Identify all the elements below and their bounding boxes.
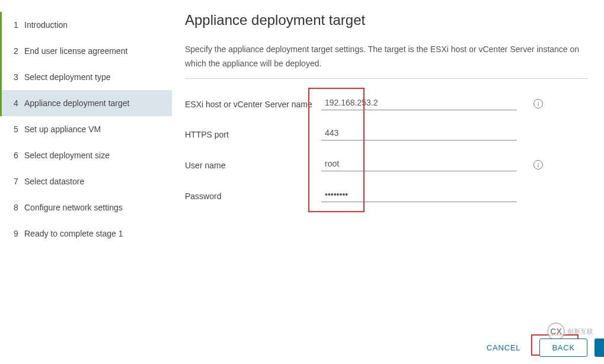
sidebar-item-deployment-target[interactable]: 4 Appliance deployment target [0, 90, 172, 116]
step-label: Ready to complete stage 1 [24, 229, 123, 238]
watermark-logo: CX [547, 323, 565, 340]
step-number: 1 [14, 20, 24, 30]
wizard-sidebar: 1 Introduction 2 End user license agreem… [0, 0, 172, 364]
sidebar-item-introduction[interactable]: 1 Introduction [0, 12, 172, 38]
step-label: End user license agreement [24, 46, 127, 56]
cancel-button[interactable]: CANCEL [478, 339, 529, 357]
input-host[interactable] [321, 95, 517, 110]
step-number: 4 [14, 98, 24, 108]
watermark: CX 创新互联 [547, 323, 593, 340]
next-button[interactable]: NEXT [595, 339, 604, 357]
step-label: Appliance deployment target [24, 98, 129, 108]
input-port[interactable] [321, 126, 517, 141]
label-host: ESXi host or vCenter Server name [185, 95, 321, 112]
back-button[interactable]: BACK [539, 339, 587, 357]
sidebar-item-appliance-vm[interactable]: 5 Set up appliance VM [0, 116, 172, 142]
step-number: 8 [14, 203, 24, 212]
sidebar-item-ready-complete[interactable]: 9 Ready to complete stage 1 [0, 221, 172, 247]
step-number: 5 [14, 124, 24, 134]
label-password: Password [185, 187, 321, 204]
divider [185, 78, 587, 79]
page-title: Appliance deployment target [185, 12, 587, 28]
step-number: 9 [14, 229, 24, 238]
step-number: 3 [14, 72, 24, 82]
form-row-port: HTTPS port [185, 126, 587, 142]
form-row-host: ESXi host or vCenter Server name i [185, 95, 587, 112]
step-number: 6 [14, 151, 24, 160]
step-label: Set up appliance VM [24, 124, 101, 134]
sidebar-item-network-settings[interactable]: 8 Configure network settings [0, 194, 172, 221]
sidebar-item-datastore[interactable]: 7 Select datastore [0, 168, 172, 194]
step-label: Configure network settings [24, 203, 123, 212]
form-row-user: User name i [185, 157, 587, 173]
input-password[interactable] [321, 187, 517, 202]
step-number: 7 [14, 177, 24, 186]
page-subtitle: Specify the appliance deployment target … [185, 43, 587, 71]
step-label: Introduction [24, 20, 68, 30]
label-port: HTTPS port [185, 126, 321, 142]
step-label: Select deployment type [24, 72, 111, 82]
step-number: 2 [14, 46, 24, 56]
step-label: Select deployment size [24, 151, 110, 160]
sidebar-item-deployment-size[interactable]: 6 Select deployment size [0, 142, 172, 168]
info-icon[interactable]: i [533, 160, 543, 170]
sidebar-item-deployment-type[interactable]: 3 Select deployment type [0, 64, 172, 90]
footer-actions: CANCEL BACK NEXT [478, 339, 587, 357]
watermark-text: 创新互联 [567, 328, 593, 335]
form-row-password: Password [185, 187, 587, 204]
label-user: User name [185, 157, 321, 173]
sidebar-item-eula[interactable]: 2 End user license agreement [0, 38, 172, 64]
main-content: Appliance deployment target Specify the … [172, 0, 604, 364]
input-user[interactable] [321, 157, 517, 171]
step-label: Select datastore [24, 177, 84, 186]
info-icon[interactable]: i [533, 99, 543, 108]
